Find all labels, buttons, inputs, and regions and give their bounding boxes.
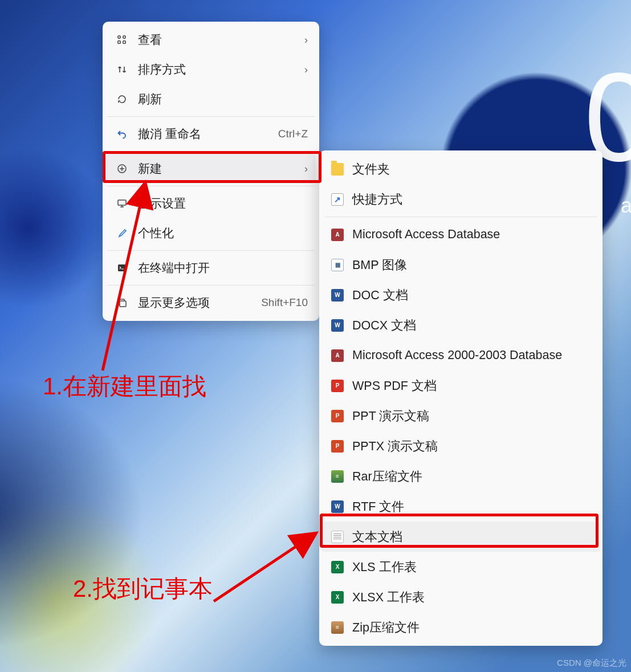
doc-icon: W xyxy=(331,288,344,302)
svg-rect-3 xyxy=(123,41,125,43)
chevron-right-icon: › xyxy=(304,34,308,46)
new-access-db[interactable]: AMicrosoft Access Database xyxy=(321,219,600,250)
refresh-icon xyxy=(114,94,130,104)
folder-icon xyxy=(331,162,344,176)
new-zip[interactable]: ≡Zip压缩文件 xyxy=(321,612,600,642)
menu-open-terminal[interactable]: 在终端中打开 xyxy=(106,253,316,283)
menu-show-more[interactable]: 显示更多选项 Shift+F10 xyxy=(106,288,316,317)
menu-display-settings[interactable]: 显示设置 xyxy=(106,189,316,218)
new-bmp[interactable]: ▦BMP 图像 xyxy=(321,250,600,280)
bmp-icon: ▦ xyxy=(331,258,344,272)
more-options-icon xyxy=(114,298,130,308)
grid-icon xyxy=(114,35,130,45)
file-type-label: DOC 文档 xyxy=(352,287,408,303)
new-access-2000[interactable]: AMicrosoft Access 2000-2003 Database xyxy=(321,340,600,370)
shortcut-icon: ↗ xyxy=(331,193,344,206)
new-shortcut[interactable]: ↗ 快捷方式 xyxy=(321,184,600,214)
new-rtf[interactable]: WRTF 文件 xyxy=(321,491,600,522)
file-type-label: Rar压缩文件 xyxy=(352,468,422,484)
new-folder-label: 文件夹 xyxy=(352,161,390,177)
menu-new-label: 新建 xyxy=(138,161,304,177)
svg-rect-6 xyxy=(118,264,126,271)
txt-icon xyxy=(331,530,344,544)
brush-icon xyxy=(114,228,130,238)
pptx-icon: P xyxy=(331,439,344,453)
file-type-label: XLSX 工作表 xyxy=(352,589,425,605)
wallpaper-side-char: a xyxy=(621,194,631,218)
new-pdf[interactable]: PWPS PDF 文档 xyxy=(321,370,600,401)
menu-display-label: 显示设置 xyxy=(138,196,308,211)
new-text-document[interactable]: 文本文档 xyxy=(321,522,600,552)
rtf-icon: W xyxy=(331,500,344,514)
menu-more-label: 显示更多选项 xyxy=(138,295,261,311)
svg-point-0 xyxy=(118,36,120,38)
menu-separator xyxy=(107,250,315,251)
file-type-label: XLS 工作表 xyxy=(352,559,417,575)
new-doc[interactable]: WDOC 文档 xyxy=(321,280,600,310)
file-type-label: BMP 图像 xyxy=(352,256,407,273)
menu-undo-rename[interactable]: 撤消 重命名 Ctrl+Z xyxy=(106,119,316,149)
menu-separator xyxy=(107,285,315,286)
access-2000-icon: A xyxy=(331,349,344,363)
sort-icon xyxy=(114,64,130,75)
menu-sort-label: 排序方式 xyxy=(138,62,304,78)
docx-icon: W xyxy=(331,319,344,332)
undo-icon xyxy=(114,129,130,139)
menu-more-shortcut: Shift+F10 xyxy=(261,296,308,309)
menu-refresh-label: 刷新 xyxy=(138,91,308,107)
file-type-label: Microsoft Access Database xyxy=(352,227,500,242)
new-rar[interactable]: ≡Rar压缩文件 xyxy=(321,461,600,491)
menu-refresh[interactable]: 刷新 xyxy=(106,84,316,114)
menu-personalize-label: 个性化 xyxy=(138,225,308,241)
zip-icon: ≡ xyxy=(331,621,344,634)
new-xls[interactable]: XXLS 工作表 xyxy=(321,552,600,582)
file-type-label: 文本文档 xyxy=(352,528,402,545)
annotation-text-1: 1.在新建里面找 xyxy=(43,370,206,402)
new-ppt[interactable]: PPPT 演示文稿 xyxy=(321,401,600,431)
rar-icon: ≡ xyxy=(331,470,344,483)
new-folder[interactable]: 文件夹 xyxy=(321,154,600,184)
new-docx[interactable]: WDOCX 文档 xyxy=(321,310,600,340)
xls-icon: X xyxy=(331,560,344,574)
desktop-context-menu: 查看 › 排序方式 › 刷新 撤消 重命名 Ctrl+Z 新建 › 显示设置 个… xyxy=(103,22,319,321)
menu-terminal-label: 在终端中打开 xyxy=(138,260,308,276)
menu-undo-label: 撤消 重命名 xyxy=(138,126,278,142)
menu-new[interactable]: 新建 › xyxy=(106,154,316,184)
menu-personalize[interactable]: 个性化 xyxy=(106,218,316,248)
menu-separator xyxy=(107,186,315,186)
plus-circle-icon xyxy=(114,164,130,174)
menu-separator xyxy=(107,151,315,152)
file-type-label: WPS PDF 文档 xyxy=(352,377,437,394)
annotation-text-2: 2.找到记事本 xyxy=(73,573,213,605)
svg-rect-2 xyxy=(118,41,120,43)
chevron-right-icon: › xyxy=(304,163,308,175)
new-pptx[interactable]: PPPTX 演示文稿 xyxy=(321,431,600,461)
menu-view-label: 查看 xyxy=(138,32,304,48)
new-submenu: 文件夹 ↗ 快捷方式 AMicrosoft Access Database ▦B… xyxy=(319,150,602,646)
access-icon: A xyxy=(331,228,344,242)
new-xlsx[interactable]: XXLSX 工作表 xyxy=(321,582,600,612)
display-icon xyxy=(114,198,130,209)
watermark: CSDN @命运之光 xyxy=(557,658,626,669)
terminal-icon xyxy=(114,263,130,273)
menu-view[interactable]: 查看 › xyxy=(106,25,316,55)
menu-separator xyxy=(107,116,315,117)
submenu-separator xyxy=(325,217,597,217)
xlsx-icon: X xyxy=(331,590,344,604)
file-type-label: Zip压缩文件 xyxy=(352,619,420,636)
svg-point-1 xyxy=(123,36,125,38)
file-type-label: Microsoft Access 2000-2003 Database xyxy=(352,348,562,363)
svg-rect-5 xyxy=(118,200,126,205)
new-shortcut-label: 快捷方式 xyxy=(352,191,402,207)
menu-sort[interactable]: 排序方式 › xyxy=(106,55,316,84)
pdf-icon: P xyxy=(331,379,344,393)
svg-rect-8 xyxy=(120,301,126,307)
file-type-label: DOCX 文档 xyxy=(352,317,416,333)
menu-undo-shortcut: Ctrl+Z xyxy=(278,128,308,140)
file-type-label: RTF 文件 xyxy=(352,498,404,515)
file-type-label: PPTX 演示文稿 xyxy=(352,438,438,454)
chevron-right-icon: › xyxy=(304,64,308,76)
ppt-icon: P xyxy=(331,409,344,423)
file-type-label: PPT 演示文稿 xyxy=(352,408,429,424)
